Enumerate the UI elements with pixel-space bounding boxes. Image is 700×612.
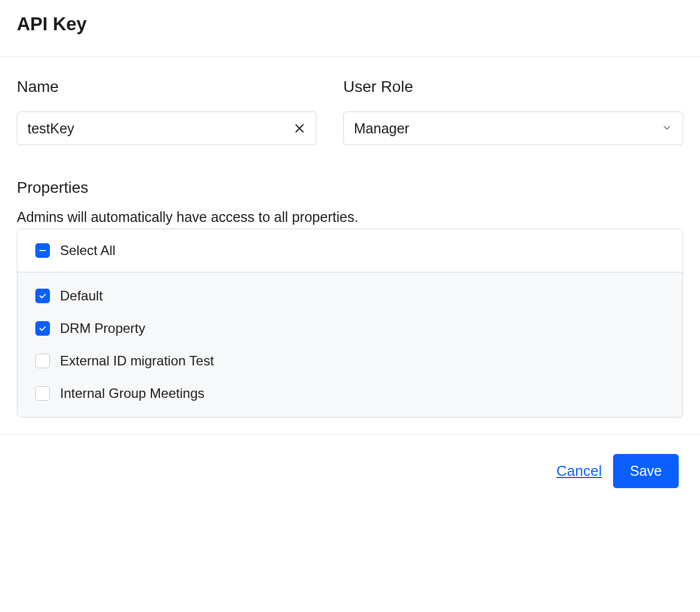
property-label: External ID migration Test [60, 353, 214, 369]
property-row: Default [35, 288, 665, 304]
user-role-column: User Role Manager [343, 78, 683, 145]
property-checkbox-drm-property[interactable] [35, 321, 50, 336]
property-label: Default [60, 288, 103, 304]
property-row: External ID migration Test [35, 353, 665, 369]
page-title: API Key [17, 10, 683, 35]
property-checkbox-default[interactable] [35, 289, 50, 303]
chevron-down-icon [661, 120, 673, 137]
properties-list: Default DRM Property External ID migrati… [17, 272, 683, 417]
user-role-selected-value: Manager [354, 120, 409, 137]
property-row: Internal Group Meetings [35, 386, 665, 401]
properties-heading: Properties [17, 179, 683, 197]
cancel-button[interactable]: Cancel [556, 462, 602, 480]
user-role-label: User Role [343, 78, 683, 96]
name-input[interactable] [27, 120, 293, 137]
save-button[interactable]: Save [613, 454, 679, 488]
name-input-wrap [17, 112, 316, 145]
dialog-header: API Key [0, 0, 700, 57]
select-all-label: Select All [60, 243, 116, 258]
dialog-body: Name User Role Manager [0, 57, 700, 434]
properties-note: Admins will automatically have access to… [17, 209, 683, 225]
property-label: DRM Property [60, 321, 145, 336]
property-label: Internal Group Meetings [60, 386, 204, 401]
name-column: Name [17, 78, 316, 145]
user-role-select[interactable]: Manager [343, 112, 683, 145]
form-row-top: Name User Role Manager [17, 78, 683, 145]
select-all-checkbox[interactable] [35, 243, 50, 258]
dialog-footer: Cancel Save [0, 434, 700, 511]
properties-box: Select All Default DRM Property [17, 229, 683, 418]
property-checkbox-internal-group-meetings[interactable] [35, 386, 50, 401]
property-row: DRM Property [35, 321, 665, 336]
clear-icon[interactable] [293, 122, 306, 135]
name-label: Name [17, 78, 316, 96]
property-checkbox-external-id-migration-test[interactable] [35, 354, 50, 368]
select-all-row: Select All [17, 229, 683, 272]
